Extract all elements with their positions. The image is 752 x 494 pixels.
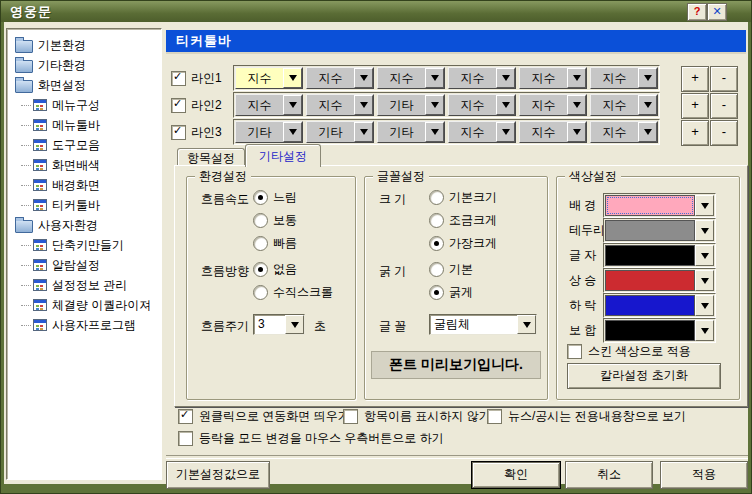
tree-item-alarm[interactable]: 알람설정 xyxy=(7,255,161,275)
line2-combo-3[interactable]: 기타 xyxy=(377,94,445,116)
news-window-checkbox[interactable]: 뉴스/공시는 전용내용창으로 보기 xyxy=(487,408,686,425)
chevron-down-icon[interactable] xyxy=(695,320,714,341)
line3-combo-4[interactable]: 지수 xyxy=(448,121,516,143)
chevron-down-icon[interactable] xyxy=(496,68,515,88)
chevron-down-icon[interactable] xyxy=(638,68,657,88)
up-color-select[interactable] xyxy=(603,268,716,293)
tree-item-screen-colors[interactable]: 화면배색 xyxy=(7,155,161,175)
line3-checkbox[interactable]: ✓ xyxy=(171,125,186,140)
chevron-down-icon[interactable] xyxy=(638,95,657,115)
speed-fast-radio[interactable]: 빠름 xyxy=(253,235,297,252)
line1-add-button[interactable]: + xyxy=(681,66,709,92)
tree-item-screen-settings[interactable]: 화면설정 xyxy=(7,75,161,95)
chevron-down-icon[interactable] xyxy=(517,315,536,334)
flow-period-select[interactable]: 3 xyxy=(253,314,305,335)
line1-combo-1[interactable]: 지수 xyxy=(235,67,303,89)
line2-checkbox[interactable]: ✓ xyxy=(171,98,186,113)
chevron-down-icon[interactable] xyxy=(567,122,586,142)
line1-checkbox[interactable]: ✓ xyxy=(171,71,186,86)
chevron-down-icon[interactable] xyxy=(283,68,302,88)
hide-item-name-checkbox[interactable]: 항목이름 표시하지 않기 xyxy=(343,408,491,425)
line2-combo-4[interactable]: 지수 xyxy=(448,94,516,116)
tree-item-toolset[interactable]: 도구모음 xyxy=(7,135,161,155)
line1-combo-2[interactable]: 지수 xyxy=(306,67,374,89)
close-icon[interactable]: ✕ xyxy=(707,3,727,21)
line2-remove-button[interactable]: - xyxy=(710,93,738,119)
tree-item-basic-env[interactable]: 기본환경 xyxy=(7,35,161,55)
oneclick-linked-checkbox[interactable]: ✓ 원클릭으로 연동화면 띄우기 xyxy=(178,408,350,425)
down-color-select[interactable] xyxy=(603,293,716,318)
tree-item-menu-config[interactable]: 메뉴구성 xyxy=(7,95,161,115)
chevron-down-icon[interactable] xyxy=(567,68,586,88)
line3-remove-button[interactable]: - xyxy=(710,120,738,146)
size-bigger-radio[interactable]: 조금크게 xyxy=(429,212,497,229)
chevron-down-icon[interactable] xyxy=(638,122,657,142)
tab-etc-settings[interactable]: 기타설정 xyxy=(245,144,321,167)
dir-none-radio[interactable]: 없음 xyxy=(253,261,297,278)
cancel-button[interactable]: 취소 xyxy=(565,461,653,489)
line1-remove-button[interactable]: - xyxy=(710,66,738,92)
line3-combo-1[interactable]: 기타 xyxy=(235,121,303,143)
title-bar[interactable]: 영웅문 xyxy=(1,1,751,22)
line3-combo-5[interactable]: 지수 xyxy=(519,121,587,143)
weight-default-radio[interactable]: 기본 xyxy=(429,261,473,278)
tree-item-etc-env[interactable]: 기타환경 xyxy=(7,55,161,75)
tree-item-settings-info[interactable]: 설정정보 관리 xyxy=(7,275,161,295)
line2-combo-1[interactable]: 지수 xyxy=(235,94,303,116)
line2-combo-2[interactable]: 지수 xyxy=(306,94,374,116)
tree-item-menu-toolbar[interactable]: 메뉴툴바 xyxy=(7,115,161,135)
size-biggest-radio[interactable]: 가장크게 xyxy=(429,235,497,252)
chevron-down-icon[interactable] xyxy=(354,95,373,115)
color-reset-button[interactable]: 칼라설정 초기화 xyxy=(567,363,721,389)
tree-item-volume-equalizer[interactable]: 체결량 이퀄라이져 xyxy=(7,295,161,315)
chevron-down-icon[interactable] xyxy=(695,195,714,216)
font-face-select[interactable]: 굴림체 xyxy=(429,314,537,335)
bg-color-select[interactable] xyxy=(603,193,716,218)
apply-button[interactable]: 적용 xyxy=(660,461,748,489)
line3-combo-3[interactable]: 기타 xyxy=(377,121,445,143)
chevron-down-icon[interactable] xyxy=(283,95,302,115)
chevron-down-icon[interactable] xyxy=(425,122,444,142)
chevron-down-icon[interactable] xyxy=(695,220,714,241)
tree-item-shortcut[interactable]: 단축키만들기 xyxy=(7,235,161,255)
speed-slow-radio[interactable]: 느림 xyxy=(253,189,297,206)
tree-item-user-env[interactable]: 사용자환경 xyxy=(7,215,161,235)
chevron-down-icon[interactable] xyxy=(425,68,444,88)
chevron-down-icon[interactable] xyxy=(496,122,515,142)
weight-bold-radio[interactable]: 굵게 xyxy=(429,284,473,301)
flat-color-select[interactable] xyxy=(603,318,716,343)
line1-combo-5[interactable]: 지수 xyxy=(519,67,587,89)
tree-item-background[interactable]: 배경화면 xyxy=(7,175,161,195)
chevron-down-icon[interactable] xyxy=(285,315,304,334)
chevron-down-icon[interactable] xyxy=(695,270,714,291)
ok-button[interactable]: 확인 xyxy=(471,461,561,489)
restore-defaults-button[interactable]: 기본설정값으로 xyxy=(166,461,270,489)
rightclick-mode-checkbox[interactable]: 등락율 모드 변경을 마우스 우측버튼으로 하기 xyxy=(178,430,444,447)
size-default-radio[interactable]: 기본크기 xyxy=(429,189,497,206)
border-color-select[interactable] xyxy=(603,218,716,243)
line1-combo-4[interactable]: 지수 xyxy=(448,67,516,89)
line3-add-button[interactable]: + xyxy=(681,120,709,146)
line3-combo-6[interactable]: 지수 xyxy=(590,121,658,143)
chevron-down-icon[interactable] xyxy=(695,295,714,316)
line2-combo-6[interactable]: 지수 xyxy=(590,94,658,116)
line2-combo-5[interactable]: 지수 xyxy=(519,94,587,116)
speed-normal-radio[interactable]: 보통 xyxy=(253,212,297,229)
line2-add-button[interactable]: + xyxy=(681,93,709,119)
line1-combo-6[interactable]: 지수 xyxy=(590,67,658,89)
dir-vscroll-radio[interactable]: 수직스크롤 xyxy=(253,284,333,301)
chevron-down-icon[interactable] xyxy=(354,122,373,142)
line1-combo-3[interactable]: 지수 xyxy=(377,67,445,89)
chevron-down-icon[interactable] xyxy=(425,95,444,115)
text-color-select[interactable] xyxy=(603,243,716,268)
chevron-down-icon[interactable] xyxy=(567,95,586,115)
line3-combo-2[interactable]: 기타 xyxy=(306,121,374,143)
tree-item-ticker-toolbar[interactable]: 티커툴바 xyxy=(7,195,161,215)
help-icon[interactable]: ? xyxy=(687,3,707,21)
chevron-down-icon[interactable] xyxy=(496,95,515,115)
chevron-down-icon[interactable] xyxy=(695,245,714,266)
chevron-down-icon[interactable] xyxy=(283,122,302,142)
tree-item-user-program[interactable]: 사용자프로그램 xyxy=(7,315,161,335)
chevron-down-icon[interactable] xyxy=(354,68,373,88)
skin-color-checkbox[interactable]: 스킨 색상으로 적용 xyxy=(567,343,691,360)
